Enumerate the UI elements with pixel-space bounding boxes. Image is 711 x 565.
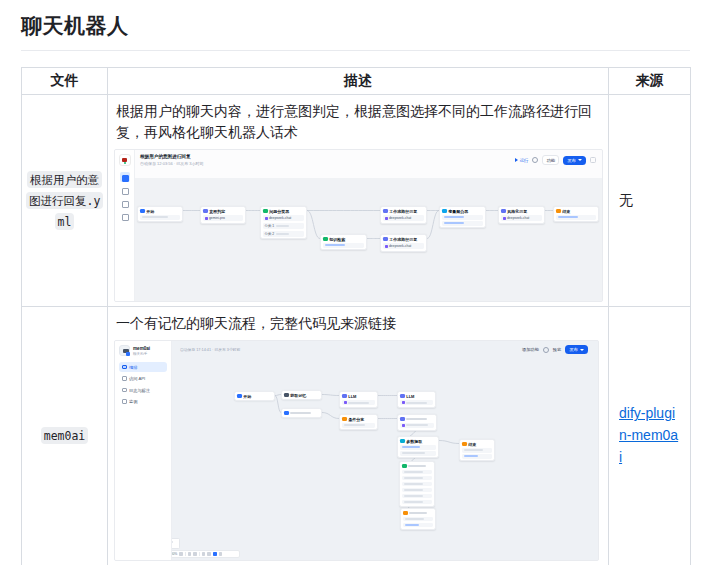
- node-title: 工作流路径回复: [389, 209, 417, 214]
- file-code: mem0ai: [41, 427, 89, 444]
- canvas-toolbar: 80%: [162, 550, 240, 558]
- node-title: [290, 412, 311, 415]
- workflow-node: 获取记忆: [281, 390, 322, 400]
- autosave-status: 自动保存 17:14:41 · 已发布 3小时前: [180, 347, 240, 352]
- logs-icon: [122, 388, 127, 393]
- node-row: [402, 494, 432, 499]
- organize-icon: [202, 552, 206, 556]
- play-icon: [515, 158, 518, 162]
- model-icon: [402, 424, 405, 427]
- history-icon: [543, 347, 549, 353]
- description-text: 一个有记忆的聊天流程，完整代码见来源链接: [116, 313, 600, 334]
- node-row: [402, 482, 432, 487]
- node-type-icon: [556, 209, 561, 214]
- workflow-node: [397, 414, 437, 431]
- node-row: [400, 445, 436, 450]
- workflow-title: 根据用户的意图进行回复: [140, 154, 204, 159]
- workflow-screenshot: mem0ai 聊天助手 编排: [114, 340, 599, 561]
- file-code: 根据用户的意图进行回复.yml: [26, 171, 103, 230]
- monitor-icon: [120, 211, 130, 221]
- node-title: LLM: [406, 394, 414, 399]
- hand-icon: [213, 552, 217, 556]
- document-page: 聊天机器人 文件 描述 来源 根据用户的意图进行回复.yml 根据用户的聊天内容…: [0, 0, 711, 565]
- orchestrate-icon: [120, 172, 130, 182]
- node-title: 工作流路径回复: [389, 237, 417, 242]
- node-title: [406, 418, 426, 421]
- col-header-source: 来源: [609, 68, 691, 95]
- node-title: 变量聚合器: [448, 209, 468, 214]
- workflow-node: 风格化回复deepseek-chat: [498, 206, 545, 224]
- api-icon: [120, 185, 130, 195]
- node-type-icon: [140, 209, 145, 214]
- node-row: [323, 243, 364, 248]
- model-icon: [265, 217, 268, 220]
- node-type-icon: [403, 511, 408, 516]
- app-sidebar: [115, 150, 135, 301]
- node-type-icon: [342, 417, 347, 422]
- workflow-node: 意图判定gemini-pro: [200, 206, 246, 224]
- workflow-nodes: 开始获取记忆LLM条件分支LLM参数提取结束: [115, 341, 598, 560]
- node-row: deepseek-chat: [383, 215, 424, 221]
- node-title: [408, 465, 426, 468]
- chevron-down-icon: [580, 349, 584, 351]
- features-button: 添加功能: [522, 347, 539, 352]
- node-row: [342, 423, 375, 428]
- node-type-icon: [237, 394, 242, 399]
- node-row: [402, 488, 432, 493]
- api-icon: [122, 376, 127, 381]
- node-row: [403, 517, 433, 522]
- file-cell: mem0ai: [22, 307, 108, 565]
- node-row: [402, 476, 432, 481]
- sidebar-item-orchestrate: 编排: [119, 362, 167, 372]
- col-header-file: 文件: [22, 68, 108, 95]
- node-row: [342, 400, 375, 405]
- app-tag: 聊天助手: [133, 352, 150, 356]
- map-icon: [219, 552, 223, 556]
- node-type-icon: [203, 209, 208, 214]
- node-row: gemini-pro: [203, 215, 243, 221]
- model-icon: [385, 217, 388, 220]
- autosave-status: 自动保存 12:03:56 · 已发布 3小时前: [140, 161, 204, 166]
- monitor-icon: [122, 399, 127, 404]
- more-icon: [590, 157, 596, 163]
- workflow-node: 结束: [553, 206, 599, 222]
- node-row: [400, 451, 436, 456]
- app-avatar-icon: [119, 345, 130, 356]
- history-icon: [532, 157, 538, 163]
- workflow-node: 知识检索: [320, 234, 367, 250]
- workflow-node: 开始: [234, 391, 275, 401]
- node-title: 开始: [146, 209, 154, 214]
- app-avatar-icon: [119, 154, 131, 166]
- workflow-screenshot: 根据用户的意图进行回复 自动保存 12:03:56 · 已发布 3小时前 运行 …: [114, 149, 603, 302]
- source-link[interactable]: dify-plugin-mem0ai: [619, 405, 678, 464]
- node-title: 知识检索: [329, 237, 345, 242]
- node-row: [403, 523, 433, 528]
- node-type-icon: [383, 209, 388, 214]
- node-row: [462, 448, 492, 453]
- features-button: 功能: [542, 155, 559, 165]
- node-type-icon: [402, 464, 407, 469]
- node-title: 条件分支: [348, 417, 364, 422]
- workflow-node: 工作流路径回复deepseek-chat: [380, 206, 427, 224]
- node-row: [442, 215, 483, 220]
- preview-button: 预览: [553, 347, 561, 352]
- description-cell: 一个有记忆的聊天流程，完整代码见来源链接 mem0ai 聊天助手: [108, 307, 609, 565]
- page-title: 聊天机器人: [21, 12, 690, 51]
- workflow-node: 工作流路径回复deepseek-chat: [380, 234, 427, 252]
- node-row: [442, 221, 483, 226]
- pointer-icon: [207, 552, 211, 556]
- file-table: 文件 描述 来源 根据用户的意图进行回复.yml 根据用户的聊天内容，进行意图判…: [21, 67, 691, 565]
- node-type-icon: [263, 209, 268, 214]
- workflow-node: [281, 408, 322, 418]
- chevron-down-icon: [578, 159, 582, 161]
- workflow-node: 问题分类器deepseek-chat分类 1分类 2: [260, 206, 307, 239]
- node-row: [402, 500, 432, 505]
- node-type-icon: [284, 411, 289, 416]
- source-none: 无: [619, 192, 633, 208]
- node-title: 参数提取: [406, 439, 422, 444]
- model-icon: [503, 217, 506, 220]
- table-row: mem0ai 一个有记忆的聊天流程，完整代码见来源链接 mem0ai 聊天助: [22, 307, 691, 565]
- node-row: deepseek-chat: [383, 243, 424, 249]
- workflow-node: 变量聚合器: [439, 206, 486, 228]
- node-type-icon: [400, 417, 405, 422]
